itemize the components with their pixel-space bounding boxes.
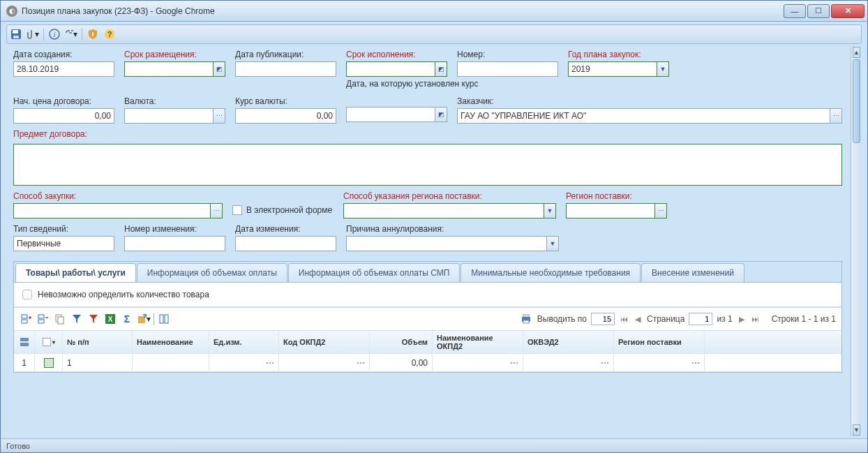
scrollbar-thumb[interactable] [853,59,860,143]
input-execution[interactable]: ◩ [346,61,447,77]
calendar-icon[interactable]: ◩ [213,61,225,77]
checkbox-impossible[interactable] [22,290,32,299]
cell-okved[interactable]: ⋯ [523,354,614,371]
cell-volume[interactable]: 0,00 [370,354,433,371]
prev-page-icon[interactable]: ◀ [633,314,643,324]
copy-icon[interactable] [53,312,67,326]
cell-okpd[interactable]: ⋯ [279,354,370,371]
svg-rect-11 [38,320,44,323]
input-change-date[interactable] [235,236,336,251]
input-change-number[interactable] [124,236,225,251]
dots-icon[interactable]: ⋯ [654,203,667,218]
add-rows-icon[interactable] [20,312,33,326]
input-start-price[interactable]: 0,00 [13,108,114,124]
input-curs[interactable]: 0,00 [235,108,336,124]
svg-rect-10 [38,315,44,318]
label-rate-date: Дата, на которую установлен курс [346,79,447,89]
info-icon[interactable]: i [48,28,61,40]
remove-rows-icon[interactable] [36,312,50,326]
select-cancel-reason[interactable]: ▼ [346,236,559,251]
label-change-number: Номер изменения: [124,224,225,234]
input-per-page[interactable] [591,313,615,325]
svg-rect-2 [13,36,19,38]
cell-np[interactable]: 1 [63,354,133,371]
sum-icon[interactable]: Σ [120,312,134,326]
tab-requirements[interactable]: Минимальные необходимые требования [461,263,641,282]
label-subject: Предмет договора: [13,129,87,139]
picker-currency[interactable]: ⋯ [124,108,225,124]
picker-rate-date[interactable]: ◩ [346,107,447,122]
chevron-down-icon[interactable]: ▼ [546,236,559,251]
maximize-button[interactable]: ☐ [807,4,830,18]
dots-icon[interactable]: ⋯ [830,108,842,124]
textarea-subject[interactable] [13,144,842,186]
col-okved[interactable]: ОКВЭД2 [523,331,614,353]
checkbox-electronic[interactable] [232,205,242,215]
calendar-icon[interactable]: ◩ [435,107,447,122]
input-page[interactable] [689,313,712,325]
save-icon[interactable] [10,28,22,40]
col-okpd[interactable]: Код ОКПД2 [279,331,370,353]
scroll-up-icon[interactable]: ▲ [853,47,860,58]
svg-rect-1 [13,30,18,34]
picker-delivery-region[interactable]: ⋯ [566,203,667,218]
col-region[interactable]: Регион поставки [614,331,705,353]
input-info-type[interactable]: Первичные [13,236,114,251]
col-rownum[interactable] [14,331,35,353]
label-rows-count: Строки 1 - 1 из 1 [772,314,836,324]
tab-goods[interactable]: Товары\ работы\ услуги [15,263,136,282]
input-placement[interactable]: ◩ [124,61,225,77]
settings-icon[interactable] [157,312,171,326]
print-icon[interactable] [519,312,533,326]
tab-changes[interactable]: Внесение изменений [641,263,744,282]
col-name[interactable]: Наименование [133,331,209,353]
last-page-icon[interactable]: ⏭ [751,314,761,324]
scroll-down-icon[interactable]: ▼ [853,424,860,436]
scrollbar[interactable]: ▲ ▼ [851,47,862,436]
excel-icon[interactable]: X [103,312,117,326]
shield-icon[interactable] [87,28,99,40]
tab-payment-info[interactable]: Информация об объемах оплаты [137,263,287,282]
dots-icon[interactable]: ⋯ [213,108,225,124]
cell-name[interactable] [133,354,209,371]
cell-okpd-name[interactable]: ⋯ [433,354,523,371]
next-page-icon[interactable]: ▶ [737,314,747,324]
filter-icon[interactable] [70,312,84,326]
filter-clear-icon[interactable] [87,312,100,326]
label-customer: Заказчик: [457,96,842,106]
cell-check[interactable] [35,354,63,371]
col-np[interactable]: № п/п [63,331,133,353]
grid: ▾ № п/п Наименование Ед.изм. Код ОКПД2 О… [14,330,841,372]
label-region-method: Способ указания региона поставки: [343,191,556,201]
svg-text:X: X [108,315,113,323]
cell-region[interactable]: ⋯ [614,354,705,371]
col-okpd-name[interactable]: Наименование ОКПД2 [433,331,523,353]
select-region-method[interactable]: ▼ [343,203,556,218]
tab-payment-smp[interactable]: Информация об объемах оплаты СМП [288,263,460,282]
chevron-down-icon[interactable]: ▼ [544,203,556,218]
help-icon[interactable]: ? [103,28,116,40]
attach-icon[interactable]: ▾ [27,28,39,40]
chevron-down-icon[interactable]: ▼ [657,61,669,77]
dots-icon[interactable]: ⋯ [210,203,223,218]
select-plan-year[interactable]: 2019 ▼ [568,61,669,77]
col-volume[interactable]: Объем [370,331,433,353]
close-button[interactable]: ✕ [831,4,865,18]
picker-customer[interactable]: ГАУ АО "УПРАВЛЕНИЕ ИКТ АО" ⋯ [457,108,842,124]
cell-unit[interactable]: ⋯ [209,354,279,371]
grid-row[interactable]: 1 1 ⋯ ⋯ 0,00 ⋯ ⋯ ⋯ [14,354,841,372]
svg-rect-22 [20,338,29,341]
input-publication[interactable] [235,61,336,77]
first-page-icon[interactable]: ⏮ [619,314,629,324]
picker-method[interactable]: ⋯ [13,203,223,218]
import-icon[interactable]: ▾ [137,312,151,326]
label-publication: Дата публикации: [235,50,336,59]
label-start-price: Нач. цена договора: [13,96,114,106]
input-created[interactable]: 28.10.2019 [13,61,114,77]
minimize-button[interactable]: — [784,4,806,18]
input-number[interactable] [457,61,558,77]
col-check[interactable]: ▾ [35,331,63,353]
col-unit[interactable]: Ед.изм. [209,331,279,353]
calendar-icon[interactable]: ◩ [435,61,447,77]
links-icon[interactable]: ▾ [65,28,77,40]
